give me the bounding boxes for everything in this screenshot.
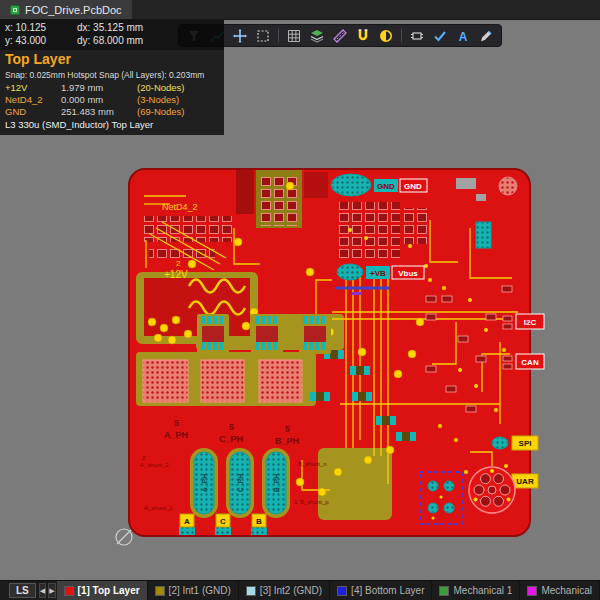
move-icon[interactable] bbox=[232, 28, 248, 44]
svg-text:A_PH: A_PH bbox=[164, 430, 188, 440]
gnd-net-chip[interactable]: GND bbox=[400, 179, 427, 192]
net-info-row: +12V 1.979 mm (20-Nodes) bbox=[0, 82, 224, 94]
draw-tool-icon[interactable] bbox=[478, 28, 494, 44]
connector-i2c[interactable]: I2C bbox=[516, 314, 544, 329]
toolbar-divider bbox=[278, 29, 279, 42]
gnd-pad-label: GND bbox=[377, 182, 395, 191]
snap-info: Snap: 0.025mm Hotspot Snap (All Layers):… bbox=[0, 70, 224, 83]
coord-dx: dx: 35.125 mm bbox=[77, 22, 143, 35]
connector-label: SPI bbox=[519, 439, 532, 448]
bus-stub bbox=[352, 292, 362, 295]
net-info-row: NetD4_2 0.000 mm (3-Nodes) bbox=[0, 94, 224, 106]
layer-color-chip bbox=[527, 586, 537, 596]
text-tool-icon[interactable]: A bbox=[455, 28, 471, 44]
svg-text:A: A bbox=[459, 29, 468, 43]
mask-level-icon[interactable] bbox=[378, 28, 394, 44]
vb-pad-label: +VB bbox=[370, 269, 386, 278]
edge-pad[interactable] bbox=[476, 222, 491, 248]
phase-pad-label: A_PH bbox=[201, 474, 208, 493]
layer-status-bar: LS ◀ ▶ [1] Top Layer [2] Int1 (GND) [3] … bbox=[0, 580, 600, 600]
layer-tab-mechanical-2[interactable]: Mechanical bbox=[520, 581, 600, 600]
vb-pad-chip[interactable]: +VB bbox=[366, 266, 390, 279]
pcb-doc-icon bbox=[10, 5, 20, 15]
rotary-connector[interactable] bbox=[469, 467, 515, 513]
layer-tab-bottom-layer[interactable]: [4] Bottom Layer bbox=[330, 581, 432, 600]
layer-tab-mechanical-1[interactable]: Mechanical 1 bbox=[432, 581, 520, 600]
phase-pad-label: C_PH bbox=[237, 474, 244, 493]
document-tab[interactable]: FOC_Drive.PcbDoc bbox=[0, 0, 132, 19]
pin-label: C bbox=[220, 517, 226, 526]
layer-tab-label: Mechanical 1 bbox=[453, 585, 512, 596]
layer-stack-icon[interactable] bbox=[309, 28, 325, 44]
net-info-row: GND 251.483 mm (69-Nodes) bbox=[0, 106, 224, 118]
verify-icon[interactable] bbox=[432, 28, 448, 44]
connector-label: I2C bbox=[524, 318, 537, 327]
svg-text:5: 5 bbox=[229, 422, 234, 432]
layer-tab-label: [4] Bottom Layer bbox=[351, 585, 424, 596]
vbus-net-label: Vbus bbox=[398, 269, 418, 278]
current-layer-title: Top Layer bbox=[0, 50, 224, 70]
svg-text:A_shunt_2: A_shunt_2 bbox=[140, 462, 169, 468]
phase-pad-label: B_PH bbox=[273, 474, 280, 493]
svg-text:5: 5 bbox=[285, 424, 290, 434]
vbus-net-chip[interactable]: Vbus bbox=[392, 266, 424, 279]
select-area-icon[interactable] bbox=[255, 28, 271, 44]
cursor-coordinates: x: 10.125 dx: 35.125 mm y: 43.000 dy: 68… bbox=[0, 20, 224, 50]
heads-up-display: x: 10.125 dx: 35.125 mm y: 43.000 dy: 68… bbox=[0, 20, 224, 135]
vb-oval-pad[interactable] bbox=[337, 264, 363, 280]
layer-color-chip bbox=[439, 586, 449, 596]
layer-tab-int1[interactable]: [2] Int1 (GND) bbox=[148, 581, 239, 600]
bottom-pin[interactable]: A C B bbox=[179, 514, 267, 535]
measure-icon[interactable] bbox=[332, 28, 348, 44]
pin-label: B bbox=[256, 517, 262, 526]
layer-tab-label: [3] Int2 (GND) bbox=[260, 585, 322, 596]
grid-icon[interactable] bbox=[286, 28, 302, 44]
altium-pcb-editor: FOC_Drive.PcbDoc bbox=[0, 0, 600, 600]
connector-spi[interactable]: SPI bbox=[492, 436, 538, 450]
svg-text:A_shunt_1: A_shunt_1 bbox=[144, 505, 173, 511]
layer-set-button[interactable]: LS bbox=[9, 583, 36, 598]
coord-y: y: 43.000 bbox=[5, 35, 77, 48]
designator-l-ref: 2 bbox=[176, 259, 181, 268]
net-label-netd4-2: NetD4_2 bbox=[162, 202, 198, 212]
phase-output-pad[interactable]: A_PH C_PH B_PH bbox=[190, 448, 290, 518]
connector-label: CAN bbox=[521, 358, 539, 367]
layer-color-chip bbox=[337, 586, 347, 596]
power-mosfet-pad[interactable] bbox=[143, 360, 302, 402]
toolbar-divider bbox=[401, 29, 402, 42]
quick-toolbar: A bbox=[178, 24, 502, 47]
mount-hole[interactable] bbox=[499, 177, 517, 195]
connector-can[interactable]: CAN bbox=[516, 354, 544, 369]
coord-x: x: 10.125 bbox=[5, 22, 77, 35]
layer-color-chip bbox=[64, 586, 74, 596]
snap-magnet-icon[interactable] bbox=[355, 28, 371, 44]
layer-color-chip bbox=[246, 586, 256, 596]
gnd-net-label: GND bbox=[404, 182, 422, 191]
layer-tab-int2[interactable]: [3] Int2 (GND) bbox=[239, 581, 330, 600]
prev-layer-button[interactable]: ◀ bbox=[39, 583, 46, 598]
document-tab-label: FOC_Drive.PcbDoc bbox=[25, 4, 122, 16]
svg-text:B_shunt_p: B_shunt_p bbox=[300, 499, 329, 505]
layer-tab-top-layer[interactable]: [1] Top Layer bbox=[57, 581, 148, 600]
svg-text:B_shunt_n: B_shunt_n bbox=[298, 461, 327, 467]
layer-tab-label: [1] Top Layer bbox=[78, 585, 140, 596]
layer-color-chip bbox=[155, 586, 165, 596]
document-tab-bar: FOC_Drive.PcbDoc bbox=[0, 0, 600, 20]
svg-text:B_PH: B_PH bbox=[275, 436, 299, 446]
gnd-pad-chip[interactable]: GND bbox=[374, 179, 398, 192]
net-label-12v: +12V bbox=[164, 269, 188, 280]
connector-label: UAR bbox=[516, 477, 534, 486]
coord-dy: dy: 68.000 mm bbox=[77, 35, 143, 48]
svg-text:C_PH: C_PH bbox=[219, 434, 243, 444]
svg-text:5: 5 bbox=[174, 418, 179, 428]
origin-marker bbox=[116, 529, 132, 545]
hovered-object-info: L3 330u (SMD_Inductor) Top Layer bbox=[0, 118, 224, 131]
layer-tab-label: Mechanical bbox=[541, 585, 592, 596]
pcb-editor-canvas[interactable]: A_PH C_PH B_PH bbox=[0, 20, 600, 580]
driver-ic[interactable] bbox=[197, 314, 331, 354]
next-layer-button[interactable]: ▶ bbox=[48, 583, 55, 598]
component-icon[interactable] bbox=[409, 28, 425, 44]
pin-label: A bbox=[184, 517, 190, 526]
layer-tab-label: [2] Int1 (GND) bbox=[169, 585, 231, 596]
gnd-oval-pad[interactable] bbox=[331, 174, 371, 196]
